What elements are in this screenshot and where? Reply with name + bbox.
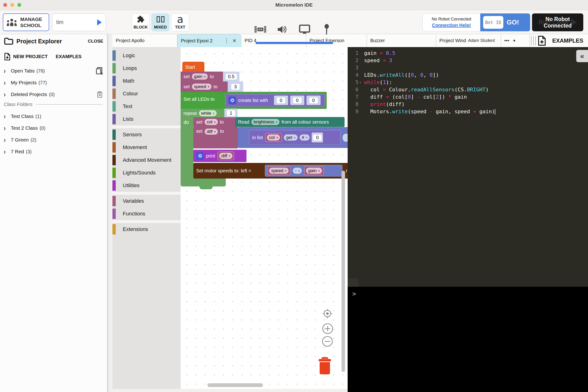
play-icon[interactable] bbox=[97, 19, 102, 26]
tab-menu-icon[interactable]: ⋮ bbox=[222, 38, 231, 44]
canvas-vertical-scrollbar[interactable] bbox=[342, 171, 345, 372]
chevron-right-icon[interactable]: › bbox=[4, 67, 11, 75]
manage-school-button[interactable]: MANAGE SCHOOL bbox=[3, 14, 49, 31]
tab-buzzer[interactable]: Buzzer bbox=[367, 34, 436, 47]
math-expression-block[interactable]: in list col▾ get▾ #▾ 0 - bbox=[238, 127, 348, 148]
project-name-input[interactable]: tim bbox=[52, 14, 106, 31]
motor-speed-pill[interactable]: speed▾ bbox=[267, 166, 290, 175]
new-tab-button[interactable] bbox=[537, 34, 547, 47]
zoom-in-button[interactable] bbox=[322, 323, 333, 334]
tab-project-apollo[interactable]: Project Apollo bbox=[112, 34, 177, 47]
sidebar-item-deleted-projects[interactable]: ›Deleted Projects(0) bbox=[0, 88, 107, 100]
palette-category-math[interactable]: Math bbox=[112, 75, 181, 87]
sidebar-item-open-tabs[interactable]: ›Open Tabs(78) bbox=[0, 65, 107, 77]
minus-operator-dropdown[interactable]: - bbox=[343, 134, 348, 142]
set-col-block[interactable]: set col▾ to bbox=[193, 117, 235, 127]
class-folder-test-class[interactable]: ›Test Class(1) bbox=[0, 110, 107, 122]
connection-help-link[interactable]: Connection Help! bbox=[432, 22, 471, 28]
set-diff-block[interactable]: set diff▾ to bbox=[193, 127, 238, 148]
tab-project-emerson[interactable]: Project Emerson bbox=[306, 34, 367, 47]
repeat-while-block[interactable]: repeat while▾ bbox=[181, 109, 225, 118]
code-line-5[interactable]: 5▾while(1): bbox=[348, 79, 588, 86]
gear-icon[interactable] bbox=[196, 152, 204, 160]
in-list-col-pill[interactable]: col▾ bbox=[265, 133, 282, 142]
mode-button-text[interactable]: a TEXT bbox=[171, 14, 189, 31]
bot-id-input[interactable] bbox=[483, 16, 503, 29]
list-item-0-field[interactable]: 0 bbox=[274, 96, 288, 105]
trash-icon[interactable] bbox=[317, 356, 333, 376]
maximize-window-icon[interactable] bbox=[17, 3, 21, 7]
screen-icon[interactable] bbox=[298, 23, 311, 36]
empty-trash-icon[interactable] bbox=[96, 90, 103, 98]
palette-category-variables[interactable]: Variables bbox=[112, 195, 181, 208]
palette-category-text[interactable]: Text bbox=[112, 100, 181, 113]
tab-project-epoxi-2[interactable]: Project Epoxi 2⋮✕ bbox=[177, 34, 241, 47]
speed-variable-dropdown[interactable]: speed▾ bbox=[192, 84, 211, 90]
set-motor-speeds-block[interactable]: Set motor speeds to: left = speed▾ -▾ ga… bbox=[193, 163, 348, 178]
palette-category-lists[interactable]: Lists bbox=[112, 113, 181, 126]
mode-button-block[interactable]: BLOCK bbox=[132, 14, 150, 31]
gear-icon[interactable] bbox=[228, 96, 236, 104]
repeat-condition-field[interactable]: 1 bbox=[224, 108, 237, 118]
minimize-window-icon[interactable] bbox=[10, 3, 14, 7]
motor-gain-dropdown[interactable]: gain▾ bbox=[306, 168, 322, 174]
zoom-out-button[interactable] bbox=[322, 336, 333, 347]
start-block[interactable]: Start bbox=[182, 62, 204, 73]
palette-category-sensors[interactable]: Sensors bbox=[112, 128, 181, 141]
print-diff-pill[interactable]: diff▾ bbox=[217, 152, 234, 160]
code-line-6[interactable]: 6 col = Colour.readAllSensors(CS.BRIGHT) bbox=[348, 86, 588, 93]
list-item-2-field[interactable]: 0 bbox=[306, 96, 321, 105]
palette-category-extensions[interactable]: Extensions bbox=[112, 223, 181, 236]
gain-variable-dropdown[interactable]: gain▾ bbox=[192, 74, 208, 80]
palette-category-lights-sounds[interactable]: Lights/Sounds bbox=[112, 166, 181, 179]
chevron-right-icon[interactable]: › bbox=[4, 79, 11, 87]
close-window-icon[interactable] bbox=[3, 3, 7, 7]
code-line-8[interactable]: 8 print(diff) bbox=[348, 100, 588, 108]
create-list-block[interactable]: create list with 0 0 0 bbox=[225, 94, 325, 107]
palette-category-movement[interactable]: Movement bbox=[112, 141, 181, 154]
brightness-dropdown[interactable]: brightness▾ bbox=[251, 119, 279, 125]
tab-dropdown-icon[interactable]: ▼ bbox=[513, 38, 516, 42]
palette-category-functions[interactable]: Functions bbox=[112, 208, 181, 220]
console-output[interactable]: > bbox=[348, 287, 588, 392]
tab-pid-4[interactable]: PID 4 bbox=[241, 34, 306, 47]
tab-project-wind[interactable]: Project WindAdam Student bbox=[436, 34, 501, 47]
block-canvas[interactable]: ++++++++++++++++++++++++++++++++++++++++… bbox=[181, 47, 348, 389]
speed-value-field[interactable]: 3 bbox=[228, 82, 243, 92]
chevron-right-icon[interactable]: › bbox=[4, 148, 11, 156]
run-code-button[interactable]: Run Code No Robot Connected bbox=[532, 14, 583, 31]
canvas-horizontal-scrollbar[interactable] bbox=[207, 383, 263, 387]
diff-variable-dropdown[interactable]: diff▾ bbox=[205, 128, 218, 135]
gain-value-field[interactable]: 0.5 bbox=[223, 72, 239, 82]
chevron-right-icon[interactable]: › bbox=[4, 124, 11, 132]
code-line-2[interactable]: 2speed = 3 bbox=[348, 57, 588, 64]
repeat-mode-dropdown[interactable]: while▾ bbox=[199, 110, 217, 116]
class-folder-7-red[interactable]: ›7 Red(3) bbox=[0, 146, 107, 158]
print-diff-dropdown[interactable]: diff▾ bbox=[219, 153, 233, 159]
motor-gain-pill[interactable]: gain▾ bbox=[304, 166, 324, 175]
motor-speed-dropdown[interactable]: speed▾ bbox=[269, 168, 289, 174]
chevron-right-icon[interactable]: › bbox=[4, 136, 11, 144]
code-line-7[interactable]: 7 diff = (col[0] - col[2]) * gain bbox=[348, 93, 588, 100]
palette-category-logic[interactable]: Logic bbox=[112, 49, 181, 62]
close-explorer-button[interactable]: CLOSE bbox=[88, 38, 103, 44]
in-list-block[interactable]: in list col▾ get▾ #▾ 0 bbox=[249, 130, 341, 145]
examples-tab-button[interactable]: EXAMPLES bbox=[547, 34, 588, 47]
read-colour-sensors-block[interactable]: Read brightness▾ from all colour sensors bbox=[235, 117, 345, 127]
class-folder-7-green[interactable]: ›7 Green(2) bbox=[0, 134, 107, 146]
index-type-dropdown[interactable]: #▾ bbox=[300, 134, 310, 140]
palette-category-loops[interactable]: Loops bbox=[112, 62, 181, 75]
motor-math-block[interactable]: speed▾ -▾ gain▾ bbox=[265, 165, 343, 176]
palette-category-colour[interactable]: Colour bbox=[112, 87, 181, 100]
code-line-1[interactable]: 1gain = 0.5 bbox=[348, 50, 588, 57]
sidebar-item-my-projects[interactable]: ›My Projects(77) bbox=[0, 77, 107, 88]
code-editor[interactable]: 1gain = 0.52speed = 334LEDs.writeAll([0,… bbox=[348, 47, 588, 287]
set-gain-block[interactable]: set gain▾ to bbox=[181, 72, 223, 82]
pin-icon[interactable] bbox=[320, 23, 333, 36]
robot-icon[interactable] bbox=[254, 23, 267, 36]
get-dropdown[interactable]: get▾ bbox=[284, 134, 298, 140]
mode-button-mixed[interactable]: MIXED bbox=[152, 14, 169, 31]
class-folder-test-2-class[interactable]: ›Test 2 Class(0) bbox=[0, 122, 107, 134]
code-line-9[interactable]: 9 Motors.write(speed - gain, speed + gai… bbox=[348, 108, 588, 115]
tab--[interactable]: •••▼ bbox=[501, 34, 530, 47]
